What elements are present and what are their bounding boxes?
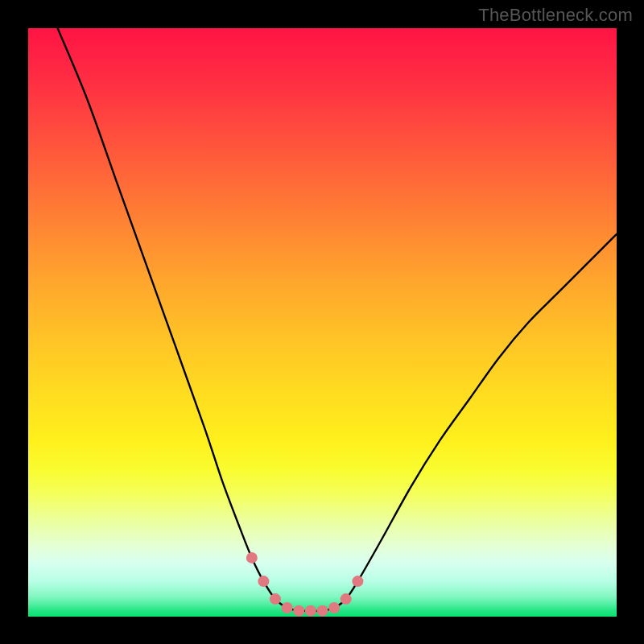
optimal-dot: [352, 576, 363, 587]
optimal-dot: [246, 552, 258, 564]
optimal-range-dots: [246, 552, 364, 617]
bottleneck-curve: [58, 28, 617, 611]
chart-frame: TheBottleneck.com: [0, 0, 644, 644]
optimal-dot: [282, 602, 293, 613]
optimal-dot: [328, 602, 340, 613]
curve-layer: [28, 28, 617, 617]
optimal-dot: [293, 605, 304, 617]
watermark-text: TheBottleneck.com: [478, 5, 633, 26]
optimal-dot: [341, 593, 352, 605]
optimal-dot: [258, 576, 269, 587]
optimal-dot: [317, 605, 328, 617]
optimal-dot: [270, 593, 281, 605]
optimal-dot: [305, 605, 316, 617]
plot-area: [28, 28, 617, 617]
